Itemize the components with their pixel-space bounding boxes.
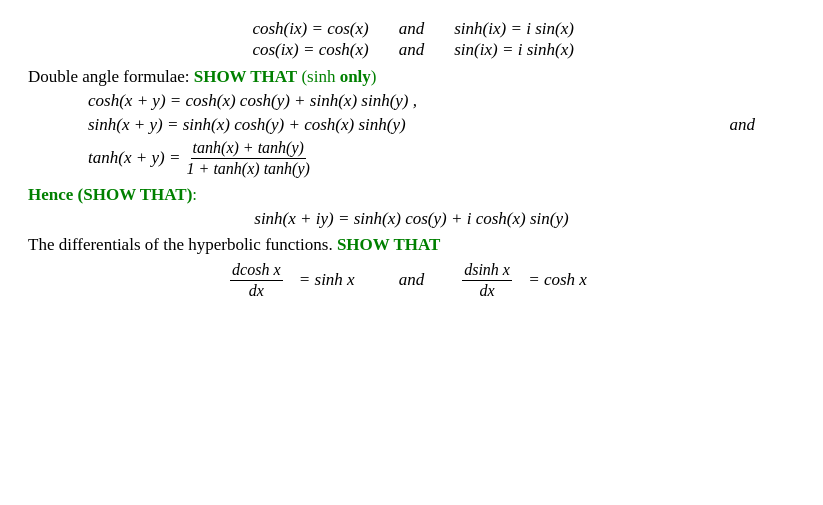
diff-row: dcosh x dx = sinh x and dsinh x dx = cos… — [28, 261, 795, 299]
diff-sinh-fraction: dsinh x dx — [462, 261, 512, 299]
row1-and: and — [399, 19, 425, 39]
differentials-label: The differentials of the hyperbolic func… — [28, 235, 795, 255]
sinh-add-and: and — [730, 115, 766, 135]
sinh-add-eq: sinh(x + y) = sinh(x) cosh(y) + cosh(x) … — [88, 115, 406, 135]
cosh-add-row: cosh(x + y) = cosh(x) cosh(y) + sinh(x) … — [28, 91, 795, 111]
diff-cosh-numer: dcosh x — [230, 261, 282, 281]
show-that-2: (SHOW THAT): — [78, 185, 198, 204]
tanh-numer: tanh(x) + tanh(y) — [191, 139, 306, 159]
sinh-add-row: sinh(x + y) = sinh(x) cosh(y) + cosh(x) … — [28, 115, 795, 135]
double-angle-label: Double angle formulae: SHOW THAT (sinh o… — [28, 67, 795, 87]
math-page: cosh(ix) = cos(x) and sinh(ix) = i sin(x… — [28, 19, 795, 299]
sinh-only: (sinh only) — [297, 67, 376, 86]
equals-sinh: = sinh x — [295, 270, 355, 290]
row1: cosh(ix) = cos(x) and sinh(ix) = i sin(x… — [52, 19, 772, 39]
tanh-denom: 1 + tanh(x) tanh(y) — [185, 159, 312, 178]
diff-sinh-numer: dsinh x — [462, 261, 512, 281]
diff-cosh-denom: dx — [247, 281, 266, 300]
hence-label: Hence — [28, 185, 73, 204]
row1-right: sinh(ix) = i sin(x) — [424, 19, 771, 39]
row2-and: and — [399, 40, 425, 60]
show-that-1: SHOW THAT — [194, 67, 297, 86]
show-that-3: SHOW THAT — [337, 235, 440, 254]
diff-cosh-fraction: dcosh x dx — [230, 261, 282, 299]
hence-section: Hence (SHOW THAT): — [28, 185, 795, 205]
differentials-text: The differentials of the hyperbolic func… — [28, 235, 337, 254]
sinh-complex-row: sinh(x + iy) = sinh(x) cos(y) + i cosh(x… — [28, 209, 795, 229]
diff-and: and — [399, 270, 425, 290]
row1-left: cosh(ix) = cos(x) — [52, 19, 399, 39]
cosh-add-eq: cosh(x + y) = cosh(x) cosh(y) + sinh(x) … — [88, 91, 417, 111]
double-angle-text: Double angle formulae: — [28, 67, 194, 86]
row2-right: sin(ix) = i sinh(x) — [424, 40, 771, 60]
diff-sinh-denom: dx — [477, 281, 496, 300]
tanh-lhs: tanh(x + y) = — [88, 148, 185, 168]
tanh-fraction: tanh(x) + tanh(y) 1 + tanh(x) tanh(y) — [185, 139, 312, 177]
row2-left: cos(ix) = cosh(x) — [52, 40, 399, 60]
tanh-row: tanh(x + y) = tanh(x) + tanh(y) 1 + tanh… — [28, 139, 795, 177]
sinh-complex-eq: sinh(x + iy) = sinh(x) cos(y) + i cosh(x… — [254, 209, 568, 228]
equals-cosh: = cosh x — [524, 270, 587, 290]
row2: cos(ix) = cosh(x) and sin(ix) = i sinh(x… — [52, 40, 772, 60]
